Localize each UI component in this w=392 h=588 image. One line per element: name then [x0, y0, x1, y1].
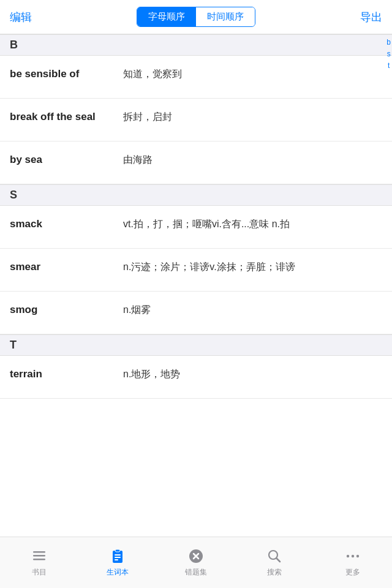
svg-rect-0 — [33, 551, 45, 553]
list-item[interactable]: smog n.烟雾 — [0, 292, 392, 334]
export-button[interactable]: 导出 — [360, 10, 382, 24]
list-item[interactable]: smear n.污迹；涂片；诽谤v.涂抹；弄脏；诽谤 — [0, 249, 392, 292]
svg-rect-5 — [115, 554, 121, 556]
word-definition: 由海路 — [123, 153, 382, 167]
side-index-b[interactable]: b — [386, 37, 391, 48]
svg-rect-1 — [33, 555, 45, 557]
word-term: smack — [10, 217, 123, 232]
list-item[interactable]: by sea 由海路 — [0, 141, 392, 184]
svg-rect-2 — [33, 559, 45, 560]
svg-rect-7 — [115, 559, 118, 560]
svg-point-15 — [356, 555, 359, 557]
side-index: b s t — [385, 34, 392, 75]
close-circle-icon — [187, 548, 205, 565]
section-header-t: T — [0, 334, 392, 356]
svg-point-13 — [347, 555, 349, 557]
word-definition: n.烟雾 — [123, 303, 382, 317]
word-term: terrain — [10, 367, 123, 382]
list-item[interactable]: be sensible of 知道，觉察到 — [0, 56, 392, 99]
list-item[interactable]: break off the seal 拆封，启封 — [0, 99, 392, 141]
sort-tabs: 字母顺序 时间顺序 — [137, 7, 255, 27]
nav-label-more: 更多 — [345, 567, 360, 578]
more-icon — [344, 548, 361, 565]
search-icon — [266, 548, 283, 565]
nav-label-booklist: 书目 — [32, 567, 47, 578]
svg-rect-4 — [115, 549, 120, 552]
side-index-s[interactable]: s — [387, 48, 391, 60]
nav-item-more[interactable]: 更多 — [322, 548, 383, 578]
bottom-navigation: 书目 生词本 错题集 搜索 — [0, 537, 392, 588]
nav-item-booklist[interactable]: 书目 — [9, 548, 70, 578]
svg-rect-6 — [115, 557, 121, 558]
word-definition: n.污迹；涂片；诽谤v.涂抹；弄脏；诽谤 — [123, 260, 382, 274]
list-icon — [31, 548, 48, 565]
svg-point-14 — [352, 555, 354, 557]
section-header-s: S — [0, 184, 392, 206]
nav-item-mistakes[interactable]: 错题集 — [165, 548, 227, 578]
section-header-b: B — [0, 34, 392, 56]
side-index-t[interactable]: t — [388, 60, 390, 72]
nav-item-vocab[interactable]: 生词本 — [87, 548, 148, 578]
nav-label-vocab: 生词本 — [107, 567, 129, 578]
word-definition: vt.拍，打，掴；咂嘴vi.含有...意味 n.拍 — [123, 217, 382, 232]
app-header: 编辑 字母顺序 时间顺序 导出 — [0, 0, 392, 34]
tab-time[interactable]: 时间顺序 — [196, 7, 255, 26]
word-definition: n.地形，地势 — [123, 367, 382, 382]
nav-label-search: 搜索 — [267, 567, 282, 578]
word-term: smog — [10, 303, 123, 317]
word-term: by sea — [10, 153, 123, 167]
list-item[interactable]: terrain n.地形，地势 — [0, 356, 392, 399]
list-item[interactable]: smack vt.拍，打，掴；咂嘴vi.含有...意味 n.拍 — [0, 206, 392, 249]
nav-label-mistakes: 错题集 — [185, 567, 207, 578]
svg-line-12 — [277, 559, 281, 562]
nav-item-search[interactable]: 搜索 — [244, 548, 305, 578]
word-term: break off the seal — [10, 110, 123, 124]
word-list: B be sensible of 知道，觉察到 break off the se… — [0, 34, 392, 454]
word-term: be sensible of — [10, 67, 123, 81]
clipboard-icon — [109, 548, 126, 565]
word-definition: 拆封，启封 — [123, 110, 382, 124]
word-definition: 知道，觉察到 — [123, 67, 382, 81]
edit-button[interactable]: 编辑 — [10, 10, 32, 24]
tab-alpha[interactable]: 字母顺序 — [137, 7, 196, 26]
word-term: smear — [10, 260, 123, 274]
